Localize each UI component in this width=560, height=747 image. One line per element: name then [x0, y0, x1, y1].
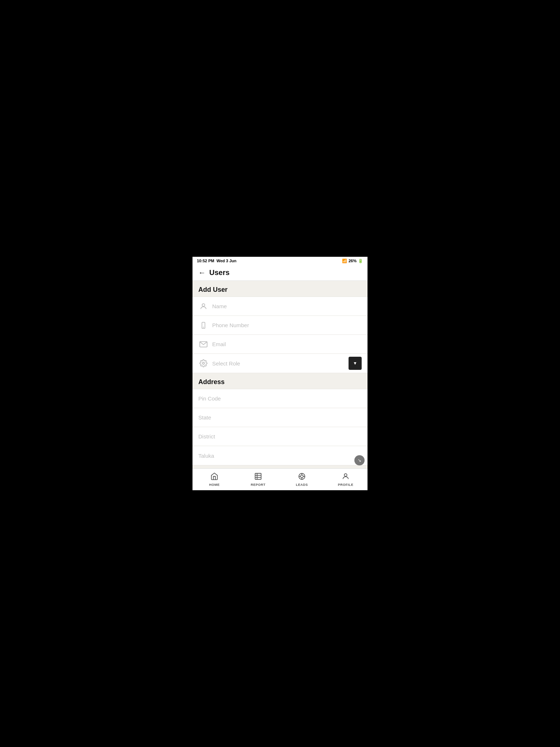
- svg-point-10: [300, 475, 303, 477]
- nav-home-label: HOME: [209, 483, 220, 487]
- page-title: Users: [209, 268, 230, 277]
- report-icon: [254, 472, 262, 482]
- svg-rect-5: [255, 473, 261, 480]
- taluka-field-row: [192, 446, 368, 465]
- state-field-row: [192, 408, 368, 427]
- name-input[interactable]: [212, 297, 362, 316]
- address-form: [192, 389, 368, 465]
- svg-point-0: [202, 303, 205, 306]
- nav-leads-label: LEADS: [296, 483, 308, 487]
- pincode-field-row: [192, 389, 368, 408]
- phone-icon: [198, 320, 209, 330]
- email-field-row: [192, 335, 368, 354]
- battery-icon: 🔋: [358, 259, 363, 263]
- nav-profile-label: PROFILE: [338, 483, 354, 487]
- district-field-row: [192, 427, 368, 446]
- email-input[interactable]: [212, 335, 362, 353]
- wifi-icon: 📶: [342, 259, 347, 263]
- bottom-navigation: HOME REPORT: [192, 468, 368, 490]
- role-field-row: ▼: [192, 354, 368, 373]
- district-input[interactable]: [198, 427, 362, 446]
- phone-input[interactable]: [212, 316, 362, 334]
- profile-icon: [342, 472, 350, 482]
- address-section-header: Address: [192, 373, 368, 389]
- back-arrow-icon: ←: [198, 268, 206, 277]
- nav-profile[interactable]: PROFILE: [324, 469, 368, 490]
- add-user-section-header: Add User: [192, 281, 368, 297]
- state-input[interactable]: [198, 408, 362, 427]
- role-input[interactable]: [212, 354, 349, 373]
- status-bar: 10:52 PM Wed 3 Jun 📶 26% 🔋: [192, 257, 368, 265]
- role-dropdown-button[interactable]: ▼: [349, 357, 362, 370]
- pincode-input[interactable]: [198, 389, 362, 408]
- app-header: ← Users: [192, 265, 368, 281]
- battery-level: 26%: [349, 259, 357, 263]
- leads-icon: [298, 472, 306, 482]
- gear-icon: [198, 358, 209, 368]
- phone-field-row: [192, 316, 368, 335]
- email-icon: [198, 339, 209, 349]
- nav-report-label: REPORT: [251, 483, 266, 487]
- add-user-form: ▼: [192, 297, 368, 373]
- nav-leads[interactable]: LEADS: [280, 469, 324, 490]
- status-date: Wed 3 Jun: [217, 259, 237, 263]
- home-icon: [210, 472, 218, 482]
- nav-report[interactable]: REPORT: [236, 469, 280, 490]
- svg-point-4: [202, 362, 205, 364]
- status-time: 10:52 PM: [197, 259, 214, 263]
- taluka-input[interactable]: [198, 446, 362, 465]
- scroll-indicator: ↘: [354, 455, 365, 465]
- person-icon: [198, 301, 209, 311]
- scroll-content: Add User: [192, 281, 368, 490]
- back-button[interactable]: ←: [198, 268, 206, 277]
- name-field-row: [192, 297, 368, 316]
- nav-home[interactable]: HOME: [192, 469, 236, 490]
- svg-point-15: [344, 474, 347, 476]
